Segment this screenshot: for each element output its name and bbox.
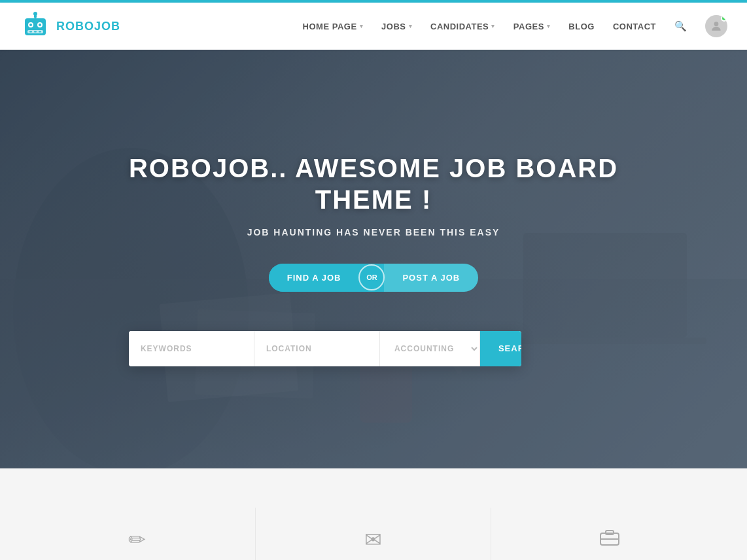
keywords-input[interactable] xyxy=(129,331,254,366)
nav-jobs[interactable]: JOBS ▾ xyxy=(381,22,412,31)
avatar-online-dot xyxy=(721,15,727,22)
site-header: ROBOJOB HOME PAGE ▾ JOBS ▾ CANDIDATES ▾ … xyxy=(0,3,747,50)
svg-point-5 xyxy=(29,24,32,26)
svg-rect-10 xyxy=(39,31,41,33)
svg-rect-9 xyxy=(34,31,37,33)
search-icon[interactable]: 🔍 xyxy=(674,20,687,32)
hero-cta-group: FIND A JOB OR POST A JOB xyxy=(269,264,479,292)
happy-hunting-card: HAPPY JOB HUNTING Design is subjective, … xyxy=(491,508,727,560)
nav-pages[interactable]: PAGES ▾ xyxy=(513,22,551,31)
hero-buttons: FIND A JOB OR POST A JOB xyxy=(129,264,618,292)
candidates-dropdown-icon: ▾ xyxy=(491,23,495,29)
svg-point-11 xyxy=(714,22,719,26)
nav-home-page[interactable]: HOME PAGE ▾ xyxy=(303,22,364,31)
svg-rect-8 xyxy=(29,31,32,33)
robot-logo-icon xyxy=(20,10,51,42)
nav-blog[interactable]: BLOG xyxy=(568,22,595,31)
jobs-dropdown-icon: ▾ xyxy=(409,23,413,29)
category-select[interactable]: ACCOUNTING ENGINEERING DESIGN MARKETING … xyxy=(380,331,480,366)
pencil-icon: ✏ xyxy=(128,527,146,552)
or-divider: OR xyxy=(358,264,385,290)
find-job-button[interactable]: FIND A JOB xyxy=(269,264,360,292)
location-input[interactable] xyxy=(254,331,380,366)
logo-area[interactable]: ROBOJOB xyxy=(20,10,120,42)
hero-section: ROBOJOB.. AWESOME JOB BOARD THEME ! JOB … xyxy=(0,50,747,468)
home-page-dropdown-icon: ▾ xyxy=(360,23,364,29)
svg-point-2 xyxy=(33,12,37,16)
post-job-button[interactable]: POST A JOB xyxy=(384,264,478,292)
hero-title: ROBOJOB.. AWESOME JOB BOARD THEME ! xyxy=(129,152,618,215)
pages-dropdown-icon: ▾ xyxy=(547,23,551,29)
briefcase-icon xyxy=(599,527,620,551)
hero-subtitle: JOB HAUNTING HAS NEVER BEEN THIS EASY xyxy=(129,227,618,237)
find-candidates-card: ✉ FIND CANDIDATES All our themes/plugins… xyxy=(256,508,492,560)
main-nav: HOME PAGE ▾ JOBS ▾ CANDIDATES ▾ PAGES ▾ … xyxy=(303,15,727,37)
user-avatar[interactable] xyxy=(705,15,727,37)
svg-point-6 xyxy=(39,24,41,26)
hero-content: ROBOJOB.. AWESOME JOB BOARD THEME ! JOB … xyxy=(116,152,631,366)
logo-text: ROBOJOB xyxy=(56,20,120,33)
nav-contact[interactable]: CONTACT xyxy=(613,22,656,31)
features-section: ✏ POST A JOB Lorem ipsum dolor sit amet,… xyxy=(0,468,747,560)
envelope-icon: ✉ xyxy=(364,527,382,552)
search-button[interactable]: SEARCH xyxy=(480,331,521,366)
search-bar: ACCOUNTING ENGINEERING DESIGN MARKETING … xyxy=(129,331,521,366)
post-job-card: ✏ POST A JOB Lorem ipsum dolor sit amet,… xyxy=(20,508,256,560)
nav-candidates[interactable]: CANDIDATES ▾ xyxy=(430,22,495,31)
